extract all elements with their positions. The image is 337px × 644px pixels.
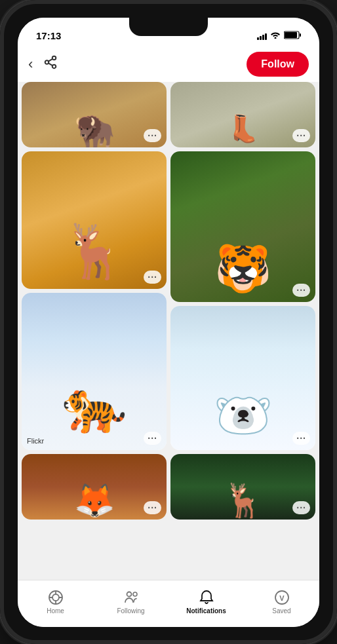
follow-button[interactable]: Follow — [247, 52, 309, 77]
content-area: ··· ··· Flickr ··· ··· — [18, 82, 319, 580]
bottom-nav: Home Following Notifications — [18, 580, 319, 627]
battery-indicator — [284, 31, 301, 41]
following-icon — [123, 590, 139, 605]
pin-card[interactable]: ··· — [22, 82, 167, 147]
pin-more-menu[interactable]: ··· — [144, 271, 161, 284]
status-time: 17:13 — [36, 30, 61, 41]
pin-card[interactable]: ··· — [170, 306, 315, 450]
pin-more-menu[interactable]: ··· — [292, 501, 310, 514]
notifications-icon — [199, 590, 214, 605]
nav-label-saved: Saved — [272, 607, 290, 615]
pin-image-tigers-play — [170, 151, 315, 302]
status-bar: 17:13 — [18, 18, 319, 47]
status-icons — [257, 31, 301, 41]
column-1: ··· ··· Flickr ··· ··· — [22, 82, 167, 520]
pin-image-deer — [22, 151, 167, 289]
svg-rect-2 — [300, 33, 301, 37]
svg-point-15 — [133, 592, 137, 596]
pin-source-label: Flickr — [27, 437, 44, 445]
pin-more-menu[interactable]: ··· — [292, 284, 310, 297]
svg-rect-1 — [285, 32, 297, 38]
svg-line-6 — [49, 63, 52, 66]
nav-item-notifications[interactable]: Notifications — [168, 590, 244, 615]
nav-label-notifications: Notifications — [186, 607, 226, 615]
pin-image-polar-bear — [170, 306, 315, 450]
pin-card[interactable]: ··· — [170, 454, 315, 520]
pin-card[interactable]: Flickr ··· — [22, 293, 167, 450]
nav-item-saved[interactable]: V Saved — [244, 590, 319, 615]
notch — [129, 18, 208, 36]
column-2: ··· ··· ··· ··· — [170, 82, 315, 520]
header: ‹ Follow — [18, 47, 319, 82]
pin-card[interactable]: ··· — [22, 151, 167, 289]
signal-bars-icon — [257, 32, 267, 40]
home-icon — [48, 590, 64, 605]
back-button[interactable]: ‹ — [28, 56, 33, 73]
pin-card[interactable]: ··· — [170, 151, 315, 302]
nav-item-home[interactable]: Home — [18, 590, 93, 615]
pin-image-tiger-snow — [22, 293, 167, 450]
pin-more-menu[interactable]: ··· — [292, 432, 310, 445]
pin-more-menu[interactable]: ··· — [292, 129, 310, 142]
nav-label-following: Following — [117, 607, 144, 615]
pin-card[interactable]: ··· — [22, 454, 167, 520]
screen: 17:13 — [18, 18, 319, 627]
nav-label-home: Home — [47, 607, 64, 615]
svg-point-14 — [127, 592, 131, 597]
pin-more-menu[interactable]: ··· — [144, 432, 161, 445]
wifi-icon — [270, 31, 281, 41]
share-button[interactable] — [43, 55, 58, 73]
saved-icon: V — [274, 590, 290, 605]
pin-more-menu[interactable]: ··· — [144, 501, 161, 514]
masonry-grid: ··· ··· Flickr ··· ··· — [18, 82, 319, 523]
svg-point-9 — [52, 594, 59, 601]
phone-shell: 17:13 — [0, 0, 337, 644]
pin-more-menu[interactable]: ··· — [144, 129, 161, 142]
nav-item-following[interactable]: Following — [93, 590, 168, 615]
pin-card[interactable]: ··· — [170, 82, 315, 147]
svg-line-7 — [49, 59, 52, 62]
svg-text:V: V — [279, 594, 285, 602]
header-left: ‹ — [28, 55, 58, 73]
